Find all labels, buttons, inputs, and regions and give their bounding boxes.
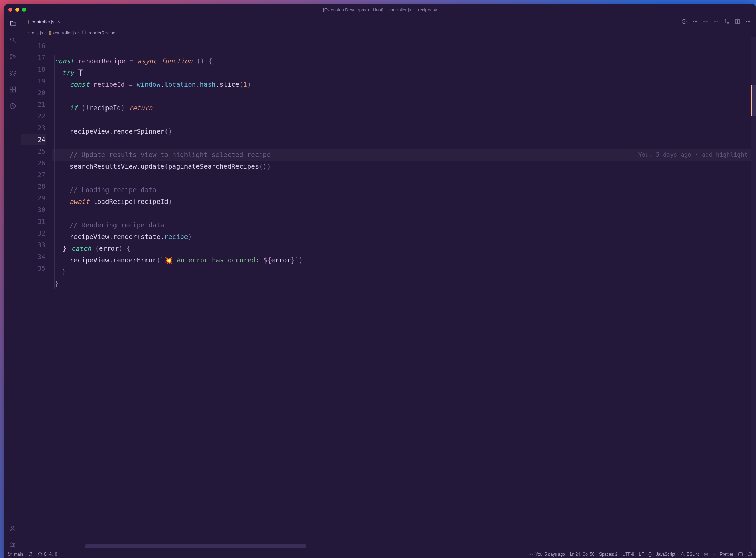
search-icon[interactable]	[8, 35, 18, 45]
close-window-button[interactable]	[8, 8, 12, 12]
breadcrumb-seg[interactable]: controller.js	[53, 30, 76, 35]
indentation-status[interactable]: Spaces: 2	[599, 552, 617, 557]
svg-point-22	[748, 21, 748, 22]
code-content[interactable]: const renderRecipe = async function () {…	[52, 37, 751, 550]
code-line[interactable]: const renderRecipe = async function () {	[52, 55, 751, 67]
extensions-icon[interactable]	[8, 85, 18, 94]
minimap[interactable]	[751, 37, 756, 550]
svg-point-18	[725, 19, 726, 21]
errors-status[interactable]: 0 0	[38, 552, 57, 557]
activity-bar	[4, 15, 21, 550]
git-branch-status[interactable]: main	[8, 552, 23, 557]
svg-point-11	[11, 543, 12, 544]
feedback-icon[interactable]	[738, 552, 743, 557]
js-file-icon: {}	[49, 31, 51, 35]
code-line[interactable]: }	[52, 278, 751, 289]
window-title: [Extension Development Host] – controlle…	[4, 7, 756, 12]
code-editor[interactable]: 1617181920212223242526272829303132333435…	[21, 37, 756, 550]
code-line[interactable]: // Update results view to highlight sele…	[52, 149, 751, 161]
titlebar: [Extension Development Host] – controlle…	[4, 4, 756, 15]
code-line[interactable]	[52, 172, 751, 184]
code-line[interactable]: }	[52, 266, 751, 278]
line-number: 26	[21, 157, 46, 169]
svg-point-21	[746, 21, 747, 22]
tab-label: controller.js	[32, 19, 54, 24]
line-number: 25	[21, 145, 46, 157]
code-line[interactable]: try {	[52, 67, 751, 79]
history-icon[interactable]	[681, 19, 687, 24]
svg-rect-8	[13, 87, 15, 90]
encoding-status[interactable]: UTF-8	[623, 552, 634, 557]
minimize-window-button[interactable]	[15, 8, 19, 12]
code-line[interactable]: // Rendering recipe data	[52, 219, 751, 231]
svg-point-19	[727, 22, 729, 24]
horizontal-scrollbar[interactable]	[85, 544, 306, 548]
svg-rect-7	[13, 90, 15, 92]
source-control-icon[interactable]	[8, 52, 18, 61]
code-line[interactable]: recipeView.renderError(`💥 An error has o…	[52, 254, 751, 266]
code-line[interactable]: recipeView.renderSpinner()	[52, 125, 751, 137]
git-compare-icon[interactable]	[724, 19, 730, 24]
line-number: 27	[21, 169, 46, 180]
svg-point-26	[8, 555, 9, 556]
copilot-status[interactable]	[704, 552, 708, 557]
breadcrumb-seg[interactable]: renderRecipe	[89, 30, 115, 35]
account-icon[interactable]	[8, 524, 18, 533]
line-number: 19	[21, 75, 46, 87]
svg-point-0	[10, 38, 14, 41]
line-number: 28	[21, 180, 46, 192]
split-editor-icon[interactable]	[735, 19, 740, 24]
chevron-right-icon: ›	[36, 30, 38, 35]
svg-point-17	[715, 21, 717, 22]
eol-status[interactable]: LF	[639, 552, 644, 557]
gitlens-icon[interactable]	[8, 101, 18, 111]
prettier-status[interactable]: Prettier	[713, 552, 733, 557]
code-line[interactable]	[52, 114, 751, 125]
code-line[interactable]	[52, 90, 751, 102]
chevron-right-icon: ›	[78, 30, 80, 35]
code-line[interactable]: recipeView.render(state.recipe)	[52, 231, 751, 242]
breadcrumb-seg[interactable]: js	[40, 30, 43, 35]
language-status[interactable]: {} JavaScript	[649, 552, 675, 557]
svg-point-27	[11, 553, 12, 554]
settings-icon[interactable]	[8, 540, 18, 550]
git-commit-icon[interactable]	[692, 19, 698, 24]
svg-point-29	[531, 554, 532, 555]
close-tab-icon[interactable]: ×	[57, 19, 60, 24]
code-line[interactable]: if (!recipeId) return	[52, 102, 751, 114]
svg-point-2	[10, 58, 11, 59]
maximize-window-button[interactable]	[22, 8, 26, 12]
git-prev-icon[interactable]	[703, 19, 708, 24]
code-line[interactable]: } catch (error) {	[52, 242, 751, 254]
chevron-right-icon: ›	[45, 30, 47, 35]
minimap-viewport[interactable]	[751, 85, 756, 116]
code-line[interactable]: // Loading recipe data	[52, 184, 751, 196]
line-gutter: 1617181920212223242526272829303132333435	[21, 37, 52, 550]
breadcrumb-seg[interactable]: src	[28, 30, 34, 35]
eslint-status[interactable]: ESLint	[680, 552, 699, 557]
sync-status[interactable]	[28, 552, 33, 557]
line-number: 33	[21, 239, 46, 251]
line-number: 29	[21, 192, 46, 204]
line-number: 18	[21, 63, 46, 75]
code-line[interactable]	[52, 207, 751, 219]
git-blame-lens[interactable]: You, 5 days ago • add highlight	[638, 149, 748, 161]
svg-point-12	[13, 544, 14, 545]
blame-status[interactable]: You, 5 days ago	[529, 552, 565, 557]
more-actions-icon[interactable]	[745, 19, 751, 24]
code-line[interactable]: await loadRecipe(recipeId)	[52, 196, 751, 207]
debug-icon[interactable]	[8, 68, 18, 78]
code-line[interactable]: searchResultsView.update(paginateSearche…	[52, 161, 751, 172]
bell-icon[interactable]	[748, 552, 753, 557]
line-number: 23	[21, 122, 46, 134]
js-file-icon: {}	[26, 19, 29, 24]
code-line[interactable]: const recipeId = window.location.hash.sl…	[52, 79, 751, 90]
code-line[interactable]	[52, 137, 751, 149]
tab-controller-js[interactable]: {} controller.js ×	[21, 15, 65, 28]
explorer-icon[interactable]	[8, 19, 17, 28]
git-next-icon[interactable]	[713, 19, 719, 24]
line-number: 35	[21, 262, 46, 274]
breadcrumbs[interactable]: src › js › {} controller.js › renderReci…	[21, 28, 756, 37]
cursor-position-status[interactable]: Ln 24, Col 56	[570, 552, 594, 557]
svg-point-4	[11, 72, 14, 75]
